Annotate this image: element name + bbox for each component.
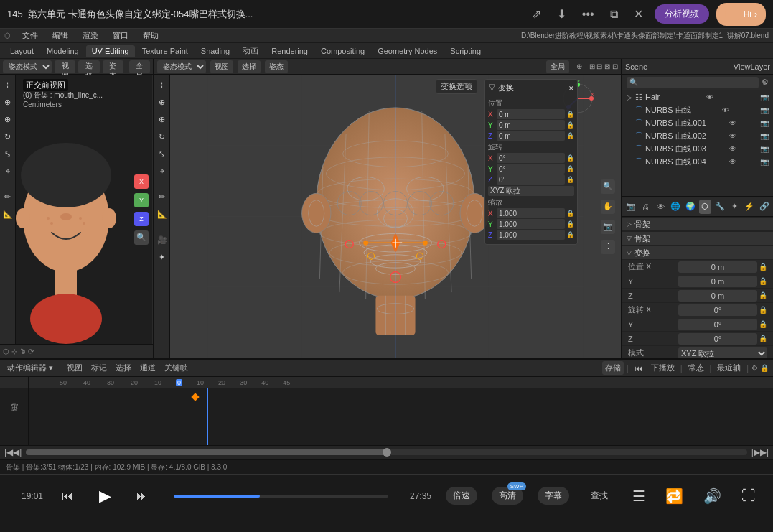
c-transform-tool[interactable]: ⌖ [155,164,169,178]
nurbs4-rend[interactable]: 📷 [760,158,769,166]
overlay-rz-val[interactable]: 0° [497,174,565,185]
center-select-btn[interactable]: 选择 [238,60,261,73]
c-move-tool[interactable]: ⊕ [155,112,169,126]
nurbs4-vis[interactable]: 👁 [729,158,736,166]
overlay-sz-val[interactable]: 1.000 [497,230,565,240]
menu-help[interactable]: 帮助 [140,29,161,42]
pos-y-value[interactable]: 0 m [678,276,757,287]
cursor-tool[interactable]: ⊕ [1,95,15,109]
c-select-tool[interactable]: ⊹ [155,78,169,92]
c-scale-tool[interactable]: ⤡ [155,146,169,161]
overlay-x-val[interactable]: 0 m [497,109,565,119]
transform-section-header[interactable]: ▽ 变换 [622,246,773,260]
overlay-z-val[interactable]: 0 m [497,131,565,141]
transform-options-btn[interactable]: 变换选项 [436,79,477,94]
overlay-sy-lock[interactable]: 🔒 [566,220,574,228]
scrub-start-btn[interactable]: |◀ [4,447,13,457]
menu-edit[interactable]: 编辑 [50,29,71,42]
outliner-filter-icon[interactable]: ⚙ [762,78,769,87]
scrub-track[interactable] [26,449,747,455]
tab-shading[interactable]: Shading [195,45,235,57]
left-select-btn[interactable]: 选择 [78,60,99,73]
scrub-thumb[interactable] [383,448,391,457]
nurbs1-vis[interactable]: 👁 [729,119,736,127]
nurbs3-rend[interactable]: 📷 [760,145,769,153]
overlay-z-lock[interactable]: 🔒 [566,132,574,139]
nav-orbit[interactable]: 🔍 [601,179,615,194]
outliner-search[interactable] [627,77,759,88]
analyze-button[interactable]: 分析视频 [655,4,709,24]
nav-camera[interactable]: 📷 [601,220,615,234]
outliner-item-nurbs0[interactable]: ⌒ NURBS 曲线 👁 📷 [622,103,773,116]
tab-compositing[interactable]: Compositing [315,45,370,57]
left-mode-select[interactable]: 姿态模式 [3,60,52,73]
overlay-rz-lock[interactable]: 🔒 [566,176,574,183]
gizmo-x[interactable]: X [134,174,149,189]
prop-scene-icon[interactable]: 🌐 [670,200,682,214]
pos-y-lock[interactable]: 🔒 [759,277,767,285]
playlist-btn[interactable]: ☰ [629,485,648,508]
c-cursor-tool[interactable]: ⊕ [155,95,169,109]
select-tool[interactable]: ⊹ [1,78,15,92]
menu-file[interactable]: 文件 [19,29,41,42]
video-progress-bar[interactable] [174,495,388,498]
skeleton-item-header[interactable]: ▽ 骨架 [622,231,773,246]
overlay-sy-val[interactable]: 1.000 [497,219,565,229]
c-annotate-tool[interactable]: ✏ [155,190,169,204]
anim-editor-dropdown[interactable]: 动作编辑器 ▾ [4,361,56,375]
pos-z-value[interactable]: 0 m [678,290,757,302]
avatar-button[interactable]: Hi › [716,3,766,26]
zoom-in-btn[interactable]: 🔍 [134,230,149,245]
anim-select-btn[interactable]: 选择 [113,361,134,375]
prop-render-icon[interactable]: 📷 [625,200,637,214]
rot-x-value[interactable]: 0° [678,304,757,316]
overlay-sx-val[interactable]: 1.000 [497,208,565,218]
center-mode-select[interactable]: 姿态模式 [157,60,206,73]
prop-constraints-icon[interactable]: 🔗 [758,200,770,214]
rot-y-value[interactable]: 0° [678,319,757,330]
left-global-btn[interactable]: 全局 [129,60,150,73]
anim-keyframe-btn[interactable]: 关键帧 [161,361,191,375]
outliner-item-hair[interactable]: ▷ ☷ Hair 👁 📷 [622,90,773,103]
scrub-prev-btn[interactable]: ◀| [13,447,22,457]
transform-tool[interactable]: ⌖ [1,164,15,178]
c-extra1[interactable]: 🎥 [155,233,169,247]
rot-y-lock[interactable]: 🔒 [759,320,767,328]
center-global-btn[interactable]: 全局 [546,60,569,73]
gizmo-z[interactable]: Z [134,212,149,226]
anim-state-btn[interactable]: 常态 [685,361,707,375]
volume-btn[interactable]: 🔊 [701,485,724,508]
skeleton-section-header[interactable]: ▷ 骨架 [622,217,773,231]
center-pose-btn[interactable]: 姿态 [265,60,288,73]
scale-tool[interactable]: ⤡ [1,146,15,161]
rot-z-lock[interactable]: 🔒 [759,335,767,342]
overlay-rx-lock[interactable]: 🔒 [566,154,574,162]
anim-store-btn[interactable]: 存储 [602,361,624,375]
overlay-y-val[interactable]: 0 m [497,120,565,130]
center-view-btn[interactable]: 视图 [210,60,233,73]
tab-texture-paint[interactable]: Texture Paint [136,45,194,57]
share-button[interactable]: ⇗ [528,4,545,24]
outliner-item-nurbs2[interactable]: ⌒ NURBS 曲线.002 👁 📷 [622,129,773,142]
pos-x-value[interactable]: 0 m [678,261,757,273]
scrub-end-btn[interactable]: ▶| [760,447,769,457]
anim-play-prev-btn[interactable]: ⏮ [632,363,645,374]
tab-scripting[interactable]: Scripting [444,45,487,57]
nurbs0-rend[interactable]: 📷 [760,106,769,114]
prop-world-icon[interactable]: 🌍 [684,200,696,214]
nav-hand[interactable]: ✋ [601,200,615,214]
close-button[interactable]: ✕ [629,4,647,24]
speed-button[interactable]: 倍速 [446,487,477,505]
prop-particle-icon[interactable]: ✦ [729,200,741,214]
prop-object-icon[interactable]: ⬡ [699,200,711,214]
pos-x-lock[interactable]: 🔒 [759,263,767,271]
anim-axis-btn[interactable]: 最近轴 [714,361,744,375]
fullscreen-btn[interactable]: ⛶ [739,485,759,507]
nurbs1-rend[interactable]: 📷 [760,119,769,127]
prop-modifier-icon[interactable]: 🔧 [714,200,726,214]
outliner-item-nurbs3[interactable]: ⌒ NURBS 曲线.003 👁 📷 [622,142,773,155]
play-pause-btn[interactable]: ▶ [92,483,118,509]
nurbs2-rend[interactable]: 📷 [760,132,769,140]
anim-play-btn[interactable]: 下播放 [648,361,678,375]
tab-layout[interactable]: Layout [4,45,39,57]
